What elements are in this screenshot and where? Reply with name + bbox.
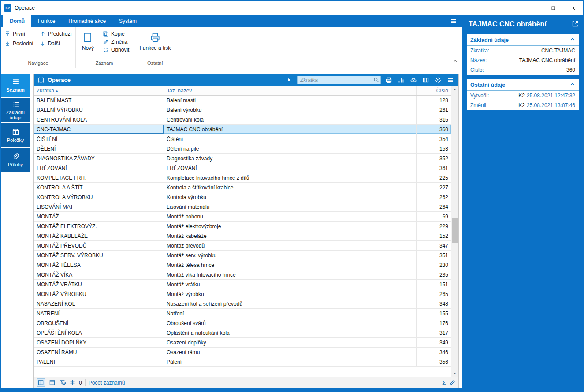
expand-arrow-icon[interactable] xyxy=(285,78,294,82)
filter-edit-icon[interactable] xyxy=(60,379,66,386)
sidebar-item-seznam[interactable]: Seznam xyxy=(1,74,30,97)
columns-icon[interactable] xyxy=(421,77,430,84)
cell-jaz-nazev: Montáž výrobku xyxy=(164,289,417,299)
table-row[interactable]: MONTÁŽMontáž pohonu69 xyxy=(34,212,451,222)
table-row[interactable]: CNC-TAJMACTAJMAC CNC obrábění360 xyxy=(34,125,451,134)
sidebar-item-zakladni-udaje[interactable]: Základní údaje xyxy=(1,98,30,122)
table-row[interactable]: LISOVÁNÍ MATLisování materiálu264 xyxy=(34,202,451,212)
scroll-up-icon[interactable]: ▲ xyxy=(451,86,458,92)
minimize-button[interactable] xyxy=(524,1,543,15)
tab-hromadne-akce[interactable]: Hromadné akce xyxy=(62,15,112,27)
arrow-up-bar-icon xyxy=(4,31,11,37)
refresh-record-button[interactable]: Obnovit xyxy=(103,47,129,53)
detail-view-icon[interactable] xyxy=(48,378,56,387)
cell-jaz-nazev: Montáž převodů xyxy=(164,241,417,250)
table-row[interactable]: NASAZENÍ KOLNasazení kol a seřízení přev… xyxy=(34,299,451,309)
next-record-button[interactable]: Další xyxy=(40,41,72,47)
table-row[interactable]: ČIŠTĚNÍČištění354 xyxy=(34,134,451,144)
column-header-cislo[interactable]: Číslo xyxy=(417,86,451,95)
table-row[interactable]: DIAGNOSTIKA ZÁVADYDiagnostika závady352 xyxy=(34,154,451,163)
table-row[interactable]: KONTROLA A ŠTÍTKontrola a štítkování kra… xyxy=(34,183,451,192)
settings-gear-icon[interactable] xyxy=(433,77,443,84)
edit-icon[interactable] xyxy=(449,379,456,386)
column-header-zkratka[interactable]: Zkratka▴ xyxy=(34,86,164,95)
split-view-icon[interactable] xyxy=(37,378,45,387)
record-count-button[interactable]: Počet záznamů xyxy=(89,380,125,386)
table-row[interactable]: BALENÍ VÝROBKUBalení výrobku261 xyxy=(34,105,451,115)
app-icon: K2 xyxy=(4,4,11,12)
table-row[interactable]: MONTÁŽ PŘEVODŮMontáž převodů347 xyxy=(34,241,451,251)
table-row[interactable]: BALENÍ MASTBalení masti128 xyxy=(34,96,451,105)
chart-icon[interactable] xyxy=(396,77,405,84)
close-button[interactable] xyxy=(563,1,583,15)
table-row[interactable]: OSAZENÍ DOPLŇKYOsazení doplňky349 xyxy=(34,338,451,348)
cell-cislo: 235 xyxy=(417,270,451,279)
details-icon xyxy=(12,100,19,108)
copy-record-button[interactable]: Kopie xyxy=(103,31,129,37)
table-row[interactable]: MONTÁŽ VÍKAMontáž víka fritovacího hrnce… xyxy=(34,270,451,280)
cell-zkratka: DĚLENÍ xyxy=(34,144,164,153)
table-row[interactable]: CENTROVÁNÍ KOLACentrování kola316 xyxy=(34,115,451,125)
print-icon[interactable] xyxy=(384,77,393,84)
cell-zkratka: MONTÁŽ VÝROBKU xyxy=(34,289,164,299)
group-label-navigace: Navigace xyxy=(4,59,72,68)
chevron-up-icon[interactable] xyxy=(570,81,575,88)
cell-cislo: 264 xyxy=(417,202,451,211)
vertical-scrollbar[interactable]: ▲ ▼ xyxy=(451,86,458,377)
maximize-button[interactable] xyxy=(543,1,563,15)
column-header-jaz-nazev[interactable]: Jaz. název xyxy=(164,86,417,95)
previous-record-button[interactable]: Předchozí xyxy=(40,31,72,37)
cell-cislo: 128 xyxy=(417,96,451,105)
cell-cislo: 361 xyxy=(417,163,451,173)
table-row[interactable]: DĚLENÍDělení na pile153 xyxy=(34,144,451,154)
sidebar-item-prilohy[interactable]: Přílohy xyxy=(1,148,30,172)
table-row[interactable]: FRÉZOVÁNÍFRÉZOVÁNÍ361 xyxy=(34,163,451,173)
snowflake-icon[interactable] xyxy=(69,379,76,386)
table-row[interactable]: PALENIPálení356 xyxy=(34,357,451,367)
scrollbar-thumb[interactable] xyxy=(452,218,458,243)
table-row[interactable]: MONTÁŽ KABELÁŽEMontáž kabeláže152 xyxy=(34,231,451,241)
table-row[interactable]: OBROUŠENÍObroušení svárů176 xyxy=(34,318,451,328)
tab-funkce[interactable]: Funkce xyxy=(31,15,62,27)
last-record-button[interactable]: Poslední xyxy=(4,41,33,47)
table-row[interactable]: MONTÁŽ SERV. VÝROBKUMontáž serv. výrobku… xyxy=(34,251,451,260)
search-box xyxy=(297,76,381,84)
cell-zkratka: MONTÁŽ SERV. VÝROBKU xyxy=(34,251,164,260)
new-record-button[interactable]: Nový xyxy=(79,31,97,59)
functions-print-button[interactable]: Funkce a tisk xyxy=(137,31,173,59)
sidebar-item-label: Základní údaje xyxy=(2,110,29,120)
workspace: Seznam Základní údaje Položky Přílohy xyxy=(1,68,462,388)
table-row[interactable]: OSAZENÍ RÁMUOsazení rámu346 xyxy=(34,348,451,357)
table-row[interactable]: MONTÁŽ TĚLESAMontáž tělesa hrnce230 xyxy=(34,260,451,270)
cell-jaz-nazev: Montáž víka fritovacího hrnce xyxy=(164,270,417,279)
first-record-button[interactable]: První xyxy=(4,31,33,37)
sidebar-item-polozky[interactable]: Položky xyxy=(1,123,30,147)
table-row[interactable]: MONTÁŽ ELEKTROVÝZ.Montáž elektrovýzbroje… xyxy=(34,222,451,231)
panel-menu-icon[interactable] xyxy=(446,77,455,84)
sum-icon[interactable]: Σ xyxy=(442,379,446,386)
open-in-window-icon[interactable] xyxy=(572,20,579,29)
change-record-button[interactable]: Změna xyxy=(103,39,129,45)
field-label: Číslo: xyxy=(470,67,484,73)
section-header[interactable]: Základní údaje xyxy=(467,34,579,46)
field-value: K225.08.2021 12:47:32 xyxy=(518,92,575,99)
search-icon[interactable] xyxy=(373,77,379,83)
chevron-up-icon[interactable] xyxy=(570,37,575,43)
section-header[interactable]: Ostatní údaje xyxy=(467,79,579,91)
binoculars-icon[interactable] xyxy=(409,77,418,84)
ribbon-menu-icon[interactable] xyxy=(450,18,457,26)
table-row[interactable]: MONTÁŽ VÝROBKUMontáž výrobku265 xyxy=(34,289,451,299)
flag-count: 0 xyxy=(79,380,82,386)
table-row[interactable]: MONTÁŽ VRÁTKUMontáž vrátku151 xyxy=(34,280,451,289)
table-row[interactable]: KOMPLETACE FRIT.Kompletace fritovacího h… xyxy=(34,173,451,183)
table-row[interactable]: NATŘENÍNatření155 xyxy=(34,309,451,318)
table-row[interactable]: OPLÁŠTĚNÍ KOLAOpláštění a nafoukání kola… xyxy=(34,328,451,338)
search-input[interactable] xyxy=(300,77,373,83)
tab-system[interactable]: Systém xyxy=(112,15,143,27)
collapse-ribbon-icon[interactable] xyxy=(453,58,458,66)
scroll-down-icon[interactable]: ▼ xyxy=(451,370,458,377)
field-value: CNC-TAJMAC xyxy=(541,48,575,54)
cell-jaz-nazev: Montáž kabeláže xyxy=(164,231,417,240)
tab-domu[interactable]: Domů xyxy=(3,15,31,27)
table-row[interactable]: KONTROLA VÝROBKUKontrola výrobku262 xyxy=(34,192,451,202)
